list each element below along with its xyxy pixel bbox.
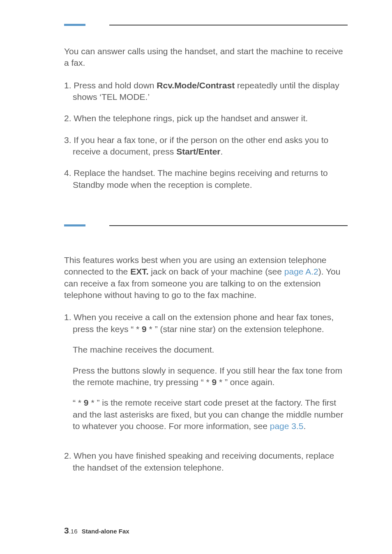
rule-line-icon: [109, 225, 348, 226]
star-icon: *: [91, 398, 94, 407]
page-number: .16: [69, 528, 78, 535]
page-ref-link[interactable]: page 3.5: [270, 421, 304, 431]
accent-bar-icon: [64, 24, 85, 26]
list-num: 1.: [64, 81, 74, 90]
list-item: 3. If you hear a fax tone, or if the per…: [64, 134, 348, 158]
list-item: 4. Replace the handset. The machine begi…: [64, 167, 348, 191]
list-item: 1. When you receive a call on the extens…: [64, 312, 348, 432]
text: .: [220, 147, 223, 156]
text: “ * 9 * ” is the remote receive start co…: [73, 397, 348, 432]
list-num: 4.: [64, 168, 74, 178]
text: The machine receives the document.: [73, 344, 348, 355]
star-icon: *: [78, 398, 81, 407]
list-num: 3.: [64, 135, 74, 145]
text: .: [303, 421, 306, 431]
page-section-label: Stand-alone Fax: [82, 528, 129, 535]
text: Replace the handset. The machine begins …: [73, 168, 328, 189]
star-icon: *: [219, 377, 222, 387]
section-rule-top: [64, 24, 348, 26]
key-9: 9: [81, 398, 91, 407]
section-tel-mode: You can answer calls using the handset, …: [64, 46, 348, 191]
section2-intro: This features works best when you are us…: [64, 254, 348, 301]
section-ext-phone: This features works best when you are us…: [64, 254, 348, 473]
accent-bar-icon: [64, 224, 85, 226]
text: When you have finished speaking and rece…: [73, 451, 334, 472]
text: ” once again.: [222, 377, 274, 387]
text: When the telephone rings, pick up the ha…: [74, 113, 308, 123]
star-icon: *: [206, 377, 209, 387]
text: Press the buttons slowly in sequence. If…: [73, 365, 348, 388]
button-ref: Start/Enter: [176, 147, 220, 156]
list-item: 2. When you have finished speaking and r…: [64, 450, 348, 473]
text: ” (star nine star) on the extension tele…: [152, 324, 324, 334]
page-footer: 3.16 Stand-alone Fax: [64, 526, 129, 536]
text: “: [73, 398, 78, 407]
page-ref-link[interactable]: page A.2: [284, 267, 318, 276]
jack-label: EXT.: [130, 267, 148, 276]
list-item: 2. When the telephone rings, pick up the…: [64, 113, 348, 124]
text: Press and hold down: [74, 81, 157, 90]
rule-line-icon: [109, 25, 348, 25]
section1-intro: You can answer calls using the handset, …: [64, 46, 348, 69]
list-num: 1.: [64, 312, 74, 322]
key-9: 9: [139, 324, 149, 334]
section-rule-top: [64, 224, 348, 226]
key-9: 9: [210, 377, 219, 387]
list-num: 2.: [64, 451, 74, 460]
list-item: 1. Press and hold down Rcv.Mode/Contrast…: [64, 80, 348, 103]
list-num: 2.: [64, 113, 74, 123]
star-icon: *: [149, 324, 152, 334]
text: jack on back of your machine (see: [148, 267, 284, 276]
button-ref: Rcv.Mode/Contrast: [157, 81, 235, 90]
page-chapter-number: 3: [64, 526, 69, 535]
